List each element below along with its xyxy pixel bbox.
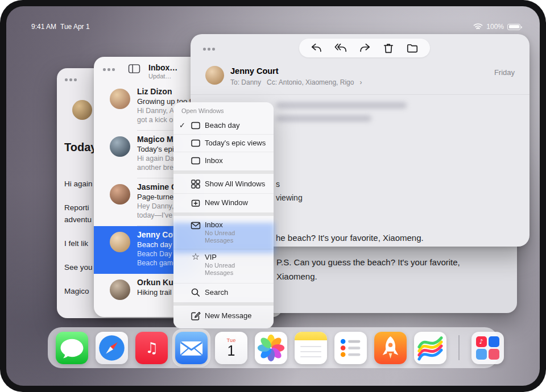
status-time: 9:41 AM xyxy=(31,23,56,31)
folder-button[interactable] xyxy=(406,42,419,55)
reply-all-button[interactable] xyxy=(334,42,347,55)
battery-icon xyxy=(507,24,520,30)
menu-item-label: Today's epic views xyxy=(205,139,266,148)
message-date: Friday xyxy=(494,68,515,77)
new-window-icon xyxy=(189,198,202,208)
messages-app-icon[interactable] xyxy=(56,332,88,364)
message-text-fragment: s xyxy=(276,180,280,189)
window-controls-button[interactable] xyxy=(103,68,115,71)
mailbox-title: Inbox… xyxy=(148,63,177,72)
window-icon xyxy=(189,120,202,131)
message-body-line: adventu xyxy=(64,215,92,224)
message-body-line: Xiaomeng. xyxy=(276,272,317,281)
screen: 9:41 AM Tue Apr 1 100% Today Hi a xyxy=(6,6,540,386)
menu-item-label: Show All Windows xyxy=(205,180,265,189)
message-text-fragment: viewing xyxy=(276,193,303,202)
menu-item-inbox-mailbox[interactable]: Inbox No Unread Messages xyxy=(173,217,274,249)
waves-app-icon[interactable] xyxy=(414,332,446,364)
library-note-glyph: ♪ xyxy=(479,338,483,345)
compose-icon xyxy=(189,311,202,321)
menu-item-todays-epic-views[interactable]: Today's epic views xyxy=(173,134,274,152)
app-library-icon[interactable]: ♪ xyxy=(471,332,504,364)
ipad-frame: 9:41 AM Tue Apr 1 100% Today Hi a xyxy=(0,0,546,392)
checkmark-icon: ✓ xyxy=(179,121,189,130)
calendar-app-icon[interactable]: Tue 1 xyxy=(215,332,247,364)
safari-app-icon[interactable] xyxy=(96,332,128,364)
blurred-text-line xyxy=(276,115,371,122)
menu-item-vip[interactable]: ☆ VIP No Unread Messages xyxy=(173,249,274,283)
to-label: To: Danny xyxy=(230,78,261,86)
search-icon xyxy=(189,287,202,298)
menu-item-label: Inbox xyxy=(205,156,223,165)
dock-divider xyxy=(458,335,460,360)
menu-separator xyxy=(173,212,274,216)
wifi-icon xyxy=(473,23,483,30)
rocket-app-icon[interactable] xyxy=(374,332,407,364)
grid-icon xyxy=(189,179,202,189)
menu-item-sublabel: No Unread Messages xyxy=(205,262,259,277)
divider xyxy=(191,94,530,95)
menu-item-label: Inbox xyxy=(205,220,259,230)
calendar-day: 1 xyxy=(228,343,235,358)
avatar xyxy=(205,66,224,85)
music-app-icon[interactable]: ♫ xyxy=(135,332,168,364)
notes-app-icon[interactable] xyxy=(295,332,327,364)
menu-item-beach-day[interactable]: ✓ Beach day xyxy=(173,116,274,134)
dock: ♫ Tue 1 xyxy=(48,327,498,368)
window-icon xyxy=(189,138,202,148)
reply-button[interactable] xyxy=(311,42,323,55)
message-title: Today xyxy=(64,141,97,154)
message-body-line: he beach? It's your favorite, Xiaomeng. xyxy=(276,233,424,243)
menu-item-label: Beach day xyxy=(205,121,239,130)
reminders-app-icon[interactable] xyxy=(334,332,367,364)
menu-item-new-message[interactable]: New Message xyxy=(173,307,274,325)
menu-item-label: New Message xyxy=(205,311,251,320)
menu-item-label: Search xyxy=(205,288,228,297)
envelope-icon xyxy=(189,220,202,231)
mailbox-subtitle: Updat… xyxy=(148,73,171,80)
window-icon xyxy=(189,156,202,166)
menu-item-label: VIP xyxy=(205,253,259,262)
menu-header: Open Windows xyxy=(173,106,274,116)
menu-item-sublabel: No Unread Messages xyxy=(205,230,259,244)
resize-handle[interactable] xyxy=(517,234,530,247)
status-bar: 9:41 AM Tue Apr 1 100% xyxy=(31,22,520,31)
menu-separator xyxy=(173,170,274,174)
avatar xyxy=(110,136,130,157)
message-body-line: I felt lik xyxy=(64,239,88,248)
window-controls-button[interactable] xyxy=(203,48,215,51)
window-controls-button[interactable] xyxy=(65,78,77,81)
message-body-line: Magico xyxy=(64,287,89,295)
status-date: Tue Apr 1 xyxy=(60,23,90,31)
message-body-line: See you xyxy=(64,263,93,272)
avatar xyxy=(110,184,130,205)
message-recipients[interactable]: To: Danny Cc: Antonio, Xiaomeng, Rigo › xyxy=(230,78,362,86)
battery-percent: 100% xyxy=(486,23,504,31)
avatar xyxy=(72,100,92,120)
mail-app-icon[interactable] xyxy=(175,332,208,364)
menu-item-search[interactable]: Search xyxy=(173,283,274,301)
menu-separator xyxy=(173,302,274,306)
menu-item-show-all-windows[interactable]: Show All Windows xyxy=(173,175,274,193)
forward-button[interactable] xyxy=(358,42,371,55)
avatar xyxy=(110,280,130,300)
message-body-line: P.S. Can you guess the beach? It's your … xyxy=(276,257,460,267)
star-icon: ☆ xyxy=(189,253,202,261)
avatar xyxy=(110,232,130,252)
open-windows-menu: Open Windows ✓ Beach day Today's epic vi… xyxy=(173,102,274,328)
blurred-text-line xyxy=(276,102,407,109)
photos-app-icon[interactable] xyxy=(255,332,287,364)
message-toolbar xyxy=(299,39,430,57)
trash-button[interactable] xyxy=(382,42,395,55)
notes-yellow-band xyxy=(295,332,327,340)
menu-item-inbox-window[interactable]: Inbox xyxy=(173,152,274,169)
message-body-line: Hi again xyxy=(64,180,93,188)
message-sender: Jenny Court xyxy=(230,66,279,76)
menu-item-label: New Window xyxy=(205,198,248,207)
menu-item-new-window[interactable]: New Window xyxy=(173,193,274,211)
cc-label: Cc: Antonio, Xiaomeng, Rigo xyxy=(267,78,354,86)
avatar xyxy=(110,89,130,109)
chevron-right-icon: › xyxy=(359,78,362,86)
message-body-line: Reporti xyxy=(64,203,89,212)
sidebar-toggle-icon[interactable] xyxy=(128,64,140,76)
